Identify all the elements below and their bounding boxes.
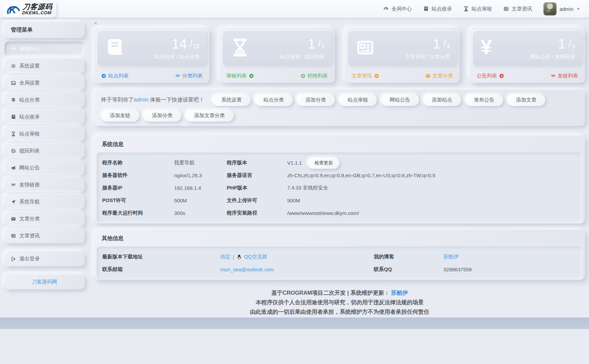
footer-line-disclaimer-2: 由此造成的一切后果由使用者承担，系统维护方不为使用者承担任何责任 — [94, 307, 585, 316]
qq-penguin-icon — [237, 254, 242, 259]
gear-icon — [11, 63, 16, 69]
sidebar-item-label: 友情链接 — [19, 182, 40, 188]
dashboard-icon — [383, 6, 389, 12]
logo-k-icon: K — [5, 2, 20, 16]
quick-button-add-article[interactable]: 添加文章 — [507, 94, 545, 106]
sidebar-item-site-review[interactable]: 站点审核 — [4, 126, 85, 141]
announcement-list-link[interactable]: 公告列表 — [477, 73, 504, 79]
stat-numbers: 1 / 1 站点审核 / 驳回列表 — [280, 37, 325, 60]
bullhorn-icon — [11, 165, 16, 170]
sidebar-item-label: 文章分类 — [19, 216, 40, 222]
sidebar-item-system-settings[interactable]: 系统设置 — [4, 58, 85, 73]
topnav-label: 文章资讯 — [512, 6, 532, 12]
envelope-icon — [11, 216, 16, 221]
quick-button-add-article-category[interactable]: 添加文章分类 — [185, 110, 234, 122]
app-header: K 刀客源码 DKEWL.COM 全局中心 站点收录 站点审核 文章资讯 — [0, 0, 589, 18]
quick-button-site-categories[interactable]: 站点分类 — [255, 94, 293, 106]
sidebar-item-rejected-list[interactable]: 驳回列表 — [4, 143, 85, 158]
hourglass-icon — [463, 6, 469, 12]
avatar — [544, 2, 556, 15]
quick-button-add-category[interactable]: 添加分类 — [297, 94, 335, 106]
sidebar: 管理菜单 全局中心 系统设置 全局设置 站点分类 站点收录 站点审核 驳回列表 — [4, 22, 85, 289]
sidebar-item-site-index[interactable]: 站点收录 — [4, 109, 85, 124]
article-list-link[interactable]: 文章资讯 — [352, 73, 379, 79]
sidebar-item-logout[interactable]: 退出登录 — [4, 251, 85, 266]
stat-card-site-review: 1 / 1 站点审核 / 驳回列表 审核列表 拒绝列表 — [220, 28, 335, 83]
sidebar-site-link[interactable]: 刀客源码网 — [4, 274, 85, 289]
program-version: V1.1.1 — [287, 160, 302, 166]
app-logo[interactable]: K 刀客源码 DKEWL.COM — [3, 1, 56, 17]
quick-button-system-settings[interactable]: 系统设置 — [213, 94, 251, 106]
other-info-table: 最新版本下载地址 待定 | QQ交流群 我的博客 苏酷伊 联系邮箱 mun_se… — [97, 247, 583, 280]
sidebar-item-site-announcements[interactable]: 网站公告 — [4, 160, 85, 175]
sidebar-item-label: 网站公告 — [19, 165, 40, 171]
sidebar-item-site-categories[interactable]: 站点分类 — [4, 92, 85, 107]
stat-slash: / — [443, 38, 446, 49]
pending-download-link[interactable]: 待定 — [220, 254, 231, 260]
system-info-panel: 系统信息 程序名称 我爱导航 程序版本 V1.1.1 检查更新 服务器软件 ng… — [94, 135, 585, 223]
quick-button-site-review[interactable]: 站点审核 — [339, 94, 377, 106]
quick-button-add-category-2[interactable]: 添加分类 — [143, 110, 181, 122]
sidebar-item-label: 站点分类 — [19, 97, 40, 103]
sidebar-item-global-settings[interactable]: 全局设置 — [4, 75, 85, 90]
stat-card-links: 公告列表 友链列表 — [470, 69, 585, 83]
stat-total: 1 — [321, 43, 325, 50]
book-icon — [11, 114, 16, 120]
sidebar-item-articles[interactable]: 文章资讯 — [4, 228, 85, 243]
maintainer-link[interactable]: 苏酷伊 — [391, 290, 408, 296]
site-list-link[interactable]: 站点列表 — [101, 73, 129, 79]
sidebar-item-article-categories[interactable]: 文章分类 — [4, 211, 85, 226]
topnav-articles[interactable]: 文章资讯 — [503, 6, 532, 12]
stat-label: 文章资讯 / 文章分类 — [405, 54, 450, 60]
stat-slash: / — [318, 38, 321, 49]
sidebar-item-label: 站点收录 — [19, 114, 40, 120]
contact-qq-value: 3288637559 — [443, 267, 577, 272]
friend-link-list-link[interactable]: 友链列表 — [551, 73, 578, 79]
handshake-icon — [175, 73, 180, 78]
sidebar-collapse-button[interactable]: < — [94, 20, 100, 26]
quick-button-publish-announcement[interactable]: 发布公告 — [465, 94, 503, 106]
qq-group-link[interactable]: QQ交流群 — [244, 254, 267, 260]
arrow-circle-right-icon — [249, 73, 254, 78]
table-row: 程序最大运行时间 300s 程序安装路径 /www/wwwroot/www.dk… — [102, 207, 577, 219]
hourglass-icon — [230, 38, 250, 57]
location-arrow-icon — [11, 199, 16, 204]
check-update-button[interactable]: 检查更新 — [308, 157, 339, 169]
topnav-site-review[interactable]: 站点审核 — [463, 6, 492, 12]
article-category-link[interactable]: 文章分类 — [425, 73, 453, 79]
welcome-username-link[interactable]: admin — [134, 97, 149, 103]
sidebar-item-label: 全局设置 — [19, 80, 40, 86]
newspaper-icon — [503, 6, 509, 12]
quick-button-add-site[interactable]: 添加站点 — [423, 94, 461, 106]
stat-value: 1 — [433, 37, 440, 51]
topnav-site-index[interactable]: 站点收录 — [423, 6, 452, 12]
topnav-label: 全局中心 — [391, 6, 412, 12]
logo-line2: DKEWL.COM — [22, 11, 52, 15]
sidebar-item-friend-links[interactable]: 友情链接 — [4, 177, 85, 192]
blog-link[interactable]: 苏酷伊 — [443, 254, 459, 260]
quick-button-add-friend-link[interactable]: 添加友链 — [101, 110, 139, 122]
sign-out-icon — [11, 256, 16, 261]
logo-line1: 刀客源码 — [22, 3, 53, 11]
newspaper-icon — [355, 38, 375, 57]
caret-down-icon — [576, 7, 580, 11]
sidebar-item-system-navigation[interactable]: 系统导航 — [4, 194, 85, 209]
quick-button-site-announcements[interactable]: 网站公告 — [381, 94, 419, 106]
user-menu[interactable]: admin — [544, 2, 580, 15]
contact-email-link[interactable]: mun_sea@outlook.com — [220, 267, 274, 272]
sidebar-item-label: 系统导航 — [19, 199, 40, 205]
sidebar-item-global-center[interactable]: 全局中心 — [4, 41, 85, 56]
stat-numbers: 14 / 12 站点收录 / 站点分类 — [154, 37, 200, 60]
review-list-link[interactable]: 审核列表 — [226, 73, 254, 79]
main-content: < 14 / 12 站点收录 / 站点分类 — [94, 20, 585, 326]
stat-total: 3 — [572, 43, 575, 50]
category-list-link[interactable]: 分类列表 — [175, 73, 203, 79]
table-row: 联系邮箱 mun_sea@outlook.com 联系QQ 3288637559 — [102, 263, 577, 276]
system-info-table: 程序名称 我爱导航 程序版本 V1.1.1 检查更新 服务器软件 nginx/1… — [97, 152, 583, 223]
other-info-title: 其他信息 — [94, 230, 585, 247]
table-row: 服务器软件 nginx/1.26.3 服务器语言 zh-CN,zh;q=0.9,… — [102, 169, 577, 182]
rejected-list-link[interactable]: 拒绝列表 — [300, 73, 328, 79]
stat-total: 4 — [447, 43, 450, 50]
topnav-global-center[interactable]: 全局中心 — [383, 6, 412, 12]
yen-icon: ¥ — [480, 36, 492, 57]
